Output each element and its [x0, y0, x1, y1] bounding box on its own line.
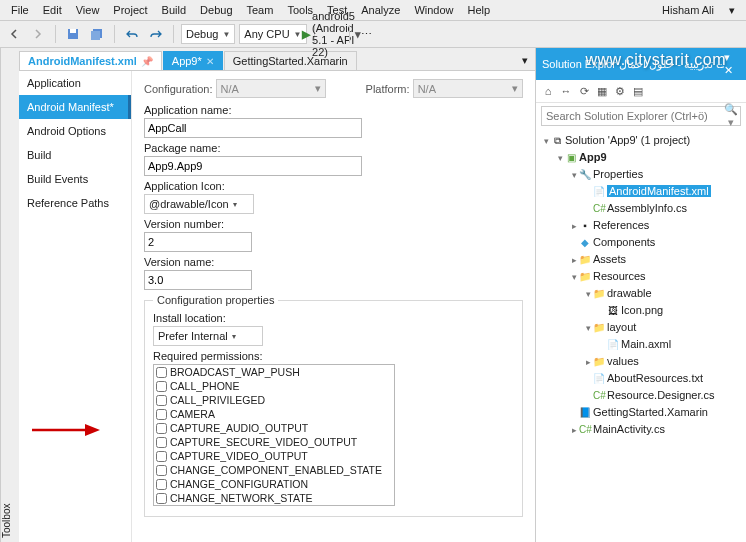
permission-label: CAPTURE_AUDIO_OUTPUT [170, 421, 308, 435]
tree-assemblyinfo[interactable]: AssemblyInfo.cs [607, 202, 687, 214]
menu-window[interactable]: Window [407, 2, 460, 18]
tree-iconpng[interactable]: Icon.png [621, 304, 663, 316]
platform-filter-combo: N/A▾ [413, 79, 523, 98]
nav-build[interactable]: Build [19, 143, 131, 167]
menu-build[interactable]: Build [155, 2, 193, 18]
save-all-icon[interactable] [87, 24, 107, 44]
close-icon[interactable]: ✕ [206, 56, 214, 67]
tree-solution[interactable]: Solution 'App9' (1 project) [565, 134, 690, 146]
user-dropdown-icon[interactable]: ▾ [722, 0, 742, 20]
tree-values[interactable]: values [607, 355, 639, 367]
tree-resources[interactable]: Resources [593, 270, 646, 282]
solution-search[interactable]: 🔍 ▾ [541, 106, 741, 126]
nav-android-manifest[interactable]: Android Manifest* [19, 95, 131, 119]
toolbox-tab[interactable]: Toolbox [0, 48, 19, 542]
solution-search-input[interactable] [542, 110, 722, 122]
install-location-label: Install location: [153, 312, 514, 324]
search-icon[interactable]: 🔍 ▾ [722, 103, 740, 129]
permission-checkbox[interactable] [156, 395, 167, 406]
permission-item[interactable]: CHANGE_NETWORK_STATE [154, 491, 394, 505]
home-icon[interactable]: ⌂ [540, 83, 556, 99]
tree-resdesigner[interactable]: Resource.Designer.cs [607, 389, 715, 401]
permission-label: CALL_PHONE [170, 379, 239, 393]
permission-item[interactable]: BROADCAST_WAP_PUSH [154, 365, 394, 379]
tree-mainaxml[interactable]: Main.axml [621, 338, 671, 350]
show-all-icon[interactable]: ▦ [594, 83, 610, 99]
config-combo[interactable]: Debug▼ [181, 24, 235, 44]
solution-explorer: Solution Explor دورات تدريبية - حلول اعم… [535, 48, 746, 542]
redo-icon[interactable] [146, 24, 166, 44]
app-icon-combo[interactable]: @drawable/Icon▾ [144, 194, 254, 214]
tree-references[interactable]: References [593, 219, 649, 231]
user-name[interactable]: Hisham Ali [654, 2, 722, 18]
refresh-icon[interactable]: ⟳ [576, 83, 592, 99]
menu-analyze[interactable]: Analyze [354, 2, 407, 18]
permission-item[interactable]: CAPTURE_VIDEO_OUTPUT [154, 449, 394, 463]
pushpin-icon[interactable]: 📌 [141, 56, 153, 67]
required-permissions-label: Required permissions: [153, 350, 514, 362]
menu-team[interactable]: Team [240, 2, 281, 18]
tree-assets[interactable]: Assets [593, 253, 626, 265]
menu-edit[interactable]: Edit [36, 2, 69, 18]
menu-view[interactable]: View [69, 2, 107, 18]
version-name-input[interactable] [144, 270, 252, 290]
tree-getstarted[interactable]: GettingStarted.Xamarin [593, 406, 708, 418]
permission-checkbox[interactable] [156, 465, 167, 476]
permission-checkbox[interactable] [156, 479, 167, 490]
tree-aboutres[interactable]: AboutResources.txt [607, 372, 703, 384]
permission-item[interactable]: CAPTURE_SECURE_VIDEO_OUTPUT [154, 435, 394, 449]
menu-project[interactable]: Project [106, 2, 154, 18]
permission-checkbox[interactable] [156, 381, 167, 392]
package-name-label: Package name: [144, 142, 523, 154]
tree-components[interactable]: Components [593, 236, 655, 248]
nav-forward-icon[interactable] [28, 24, 48, 44]
tab-list-dropdown-icon[interactable]: ▾ [515, 50, 535, 70]
tree-project[interactable]: App9 [579, 151, 607, 163]
permissions-listbox[interactable]: BROADCAST_WAP_PUSHCALL_PHONECALL_PRIVILE… [153, 364, 395, 506]
solution-tree[interactable]: ▾⧉Solution 'App9' (1 project) ▾▣App9 ▾🔧P… [536, 129, 746, 542]
permission-item[interactable]: CALL_PRIVILEGED [154, 393, 394, 407]
save-icon[interactable] [63, 24, 83, 44]
permission-item[interactable]: CHANGE_CONFIGURATION [154, 477, 394, 491]
menu-debug[interactable]: Debug [193, 2, 239, 18]
nav-build-events[interactable]: Build Events [19, 167, 131, 191]
properties-icon[interactable]: ⚙ [612, 83, 628, 99]
nav-application[interactable]: Application [19, 71, 131, 95]
panel-dropdown-icon[interactable]: ▾ ✕ [724, 51, 740, 77]
version-number-label: Version number: [144, 218, 523, 230]
preview-icon[interactable]: ▤ [630, 83, 646, 99]
collapse-icon[interactable]: ↔ [558, 83, 574, 99]
tab-manifest[interactable]: AndroidManifest.xml📌 [19, 51, 162, 70]
permission-item[interactable]: CAPTURE_AUDIO_OUTPUT [154, 421, 394, 435]
menu-help[interactable]: Help [461, 2, 498, 18]
install-location-combo[interactable]: Prefer Internal▾ [153, 326, 263, 346]
permission-checkbox[interactable] [156, 493, 167, 504]
nav-back-icon[interactable] [4, 24, 24, 44]
tree-properties[interactable]: Properties [593, 168, 643, 180]
permission-checkbox[interactable] [156, 423, 167, 434]
undo-icon[interactable] [122, 24, 142, 44]
permission-item[interactable]: CHANGE_COMPONENT_ENABLED_STATE [154, 463, 394, 477]
permission-checkbox[interactable] [156, 367, 167, 378]
svg-rect-1 [70, 29, 76, 33]
tab-app9[interactable]: App9*✕ [163, 51, 223, 70]
permission-checkbox[interactable] [156, 409, 167, 420]
nav-reference-paths[interactable]: Reference Paths [19, 191, 131, 215]
toolbar-overflow-icon[interactable]: ⋯ [357, 24, 377, 44]
permission-checkbox[interactable] [156, 437, 167, 448]
document-tabs: AndroidManifest.xml📌 App9*✕ GettingStart… [19, 48, 535, 71]
start-debug-button[interactable]: ▶android5 (Android 5.1 - API 22) ▾ [322, 24, 342, 44]
nav-android-options[interactable]: Android Options [19, 119, 131, 143]
menu-file[interactable]: File [4, 2, 36, 18]
package-name-input[interactable] [144, 156, 362, 176]
permission-item[interactable]: CALL_PHONE [154, 379, 394, 393]
permission-checkbox[interactable] [156, 451, 167, 462]
tree-layout[interactable]: layout [607, 321, 636, 333]
permission-item[interactable]: CAMERA [154, 407, 394, 421]
version-number-input[interactable] [144, 232, 252, 252]
platform-combo[interactable]: Any CPU▼ [239, 24, 306, 44]
app-name-input[interactable] [144, 118, 362, 138]
tree-drawable[interactable]: drawable [607, 287, 652, 299]
tree-mainactivity[interactable]: MainActivity.cs [593, 423, 665, 435]
tree-manifest[interactable]: AndroidManifest.xml [607, 185, 711, 197]
